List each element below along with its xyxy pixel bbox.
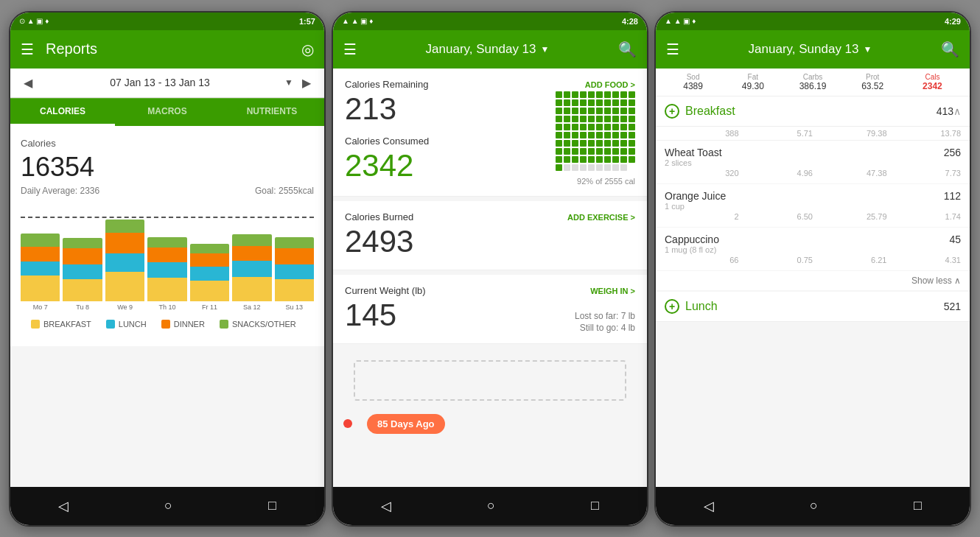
lunch-calories: 521: [944, 301, 961, 312]
back-btn-2[interactable]: ◁: [363, 492, 409, 520]
weight-sub: Lost so far: 7 lb Still to go: 4 lb: [575, 309, 635, 333]
summary-row: Sod 4389 Fat 49.30 Carbs 386.19 Prot 63.…: [656, 69, 970, 96]
dot: [604, 91, 611, 98]
dropdown-arrow-3[interactable]: ▼: [864, 44, 872, 55]
cal-consumed-title: Calories Consumed: [345, 136, 547, 147]
home-btn-1[interactable]: ○: [147, 492, 190, 519]
dot: [620, 148, 627, 155]
dot: [604, 124, 611, 130]
stats-sub: Daily Average: 2336 Goal: 2555kcal: [21, 186, 314, 196]
dot: [629, 108, 635, 114]
food-cappuccino: Cappuccino 45 1 mug (8 fl oz) 66 0.75 6.…: [656, 228, 970, 271]
summary-col-prot: Prot 63.52: [843, 73, 903, 91]
bar-group-sa12: Sa 12: [232, 234, 271, 311]
back-btn-3[interactable]: ◁: [686, 492, 732, 520]
dot: [572, 140, 578, 147]
food-wheat-toast: Wheat Toast 256 2 slices 320 4.96 47.38 …: [656, 141, 970, 184]
dot: [556, 148, 562, 155]
dashed-line: [21, 217, 314, 218]
show-less-btn[interactable]: Show less ∧: [656, 271, 970, 290]
target-icon-1[interactable]: ◎: [301, 41, 314, 58]
dinner-seg-6: [275, 248, 314, 264]
content-3: + Breakfast 413 ∧ 388 5.71 79.38 13.78 W…: [656, 96, 970, 487]
wt-macro-3: 7.73: [887, 169, 962, 178]
dot: [564, 108, 570, 114]
dot: [588, 116, 595, 122]
breakfast-macros-row: 388 5.71 79.38 13.78: [656, 127, 970, 141]
dot: [580, 124, 587, 130]
bar-label-5: Sa 12: [243, 303, 261, 311]
add-lunch-btn[interactable]: +: [665, 299, 679, 314]
top-bar-center-3: January, Sunday 13 ▼: [679, 42, 941, 57]
dropdown-arrow-2[interactable]: ▼: [541, 44, 550, 55]
dot: [580, 140, 587, 147]
wt-macro-1: 4.96: [739, 169, 813, 178]
date-next[interactable]: ▶: [299, 76, 314, 90]
date-dropdown[interactable]: ▼: [284, 77, 293, 88]
dot: [564, 116, 570, 122]
summary-col-fat: Fat 49.30: [723, 73, 783, 91]
cal-consumed-value: 2342: [345, 148, 547, 183]
date-prev[interactable]: ◀: [21, 76, 35, 90]
search-icon-2[interactable]: 🔍: [618, 41, 637, 58]
cals-label: Cals: [903, 73, 962, 81]
snacks-seg-1: [63, 238, 102, 248]
capp-macro-2: 6.21: [813, 256, 887, 264]
dot: [588, 132, 595, 138]
menu-icon-2[interactable]: ☰: [343, 41, 357, 58]
back-btn-1[interactable]: ◁: [41, 492, 86, 520]
search-icon-3[interactable]: 🔍: [941, 41, 959, 58]
dot: [556, 132, 562, 138]
carbs-label: Carbs: [783, 73, 842, 81]
bottom-nav-3: ◁ ○ □: [656, 487, 970, 525]
menu-icon-1[interactable]: ☰: [21, 41, 34, 58]
home-btn-3[interactable]: ○: [792, 492, 836, 519]
top-bar-1: ☰ Reports ◎: [10, 30, 324, 69]
dinner-color: [161, 320, 170, 329]
wheat-toast-macros: 320 4.96 47.38 7.73: [665, 169, 961, 178]
bar-stack-5: [232, 234, 271, 301]
cal-burned-title: Calories Burned: [345, 211, 413, 222]
breakfast-seg-2: [105, 272, 144, 301]
recent-btn-2[interactable]: □: [573, 492, 617, 519]
dot: [629, 148, 635, 155]
add-exercise-btn[interactable]: ADD EXERCISE >: [567, 213, 635, 222]
add-food-btn[interactable]: ADD FOOD >: [585, 80, 635, 89]
tooltip-text: 85 Days Ago: [377, 418, 435, 429]
snacks-seg-3: [147, 237, 186, 248]
recent-btn-3[interactable]: □: [896, 492, 939, 519]
breakfast-header: + Breakfast 413 ∧: [656, 96, 970, 127]
carbs-value: 386.19: [783, 81, 842, 91]
cal-remaining-header: Calories Remaining ADD FOOD >: [345, 79, 635, 91]
dot: [596, 156, 603, 163]
tooltip-bubble: 85 Days Ago: [367, 414, 445, 434]
home-btn-2[interactable]: ○: [469, 492, 513, 519]
tab-calories[interactable]: CALORIES: [10, 99, 115, 126]
dot-empty: [604, 164, 611, 171]
show-less-label: Show less: [911, 275, 952, 286]
dot: [580, 148, 587, 155]
add-breakfast-btn[interactable]: +: [665, 104, 679, 119]
dot: [596, 124, 603, 130]
dot: [556, 116, 562, 122]
calories-remaining-card: Calories Remaining ADD FOOD > 213 Calori…: [333, 69, 647, 197]
breakfast-collapse-btn[interactable]: ∧: [953, 105, 961, 117]
status-bar-3: ▲ ▲ ▣ ♦ 4:29: [656, 13, 970, 30]
dinner-seg-5: [232, 246, 271, 261]
dot-empty: [620, 164, 627, 171]
dot: [580, 91, 587, 98]
recent-btn-1[interactable]: □: [251, 492, 294, 519]
oj-macros: 2 6.50 25.79 1.74: [665, 212, 961, 221]
cals-value: 2342: [903, 81, 962, 91]
menu-icon-3[interactable]: ☰: [666, 41, 679, 58]
dot: [580, 156, 587, 163]
dot: [604, 156, 611, 163]
tab-nutrients[interactable]: NUTRIENTS: [220, 99, 324, 126]
capp-macros: 66 0.75 6.21 4.31: [665, 256, 961, 264]
dot: [580, 132, 587, 138]
dinner-seg-3: [147, 248, 186, 262]
dot: [620, 116, 627, 122]
weigh-in-btn[interactable]: WEIGH IN >: [590, 287, 635, 295]
status-left-2: ▲ ▲ ▣ ♦: [342, 17, 373, 25]
tab-macros[interactable]: MACROS: [115, 99, 220, 126]
